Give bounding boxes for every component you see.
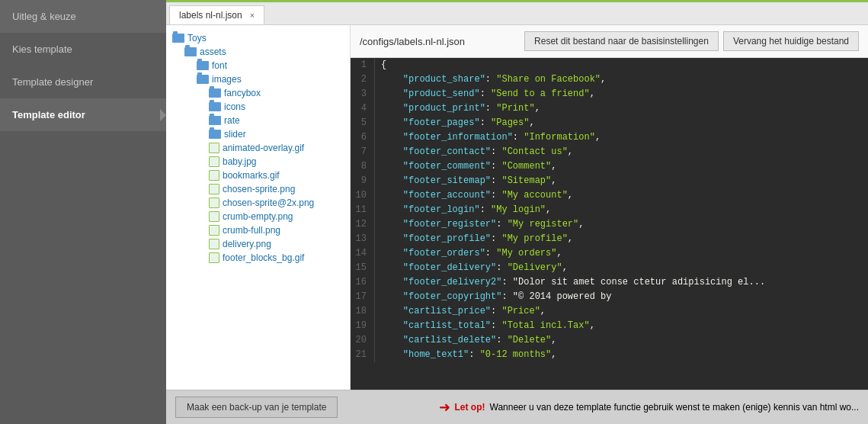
code-line: 8 "footer_comment": "Comment", (351, 159, 868, 174)
line-number: 19 (351, 319, 375, 333)
line-content: "cartlist_delete": "Delete", (381, 333, 556, 348)
tree-item[interactable]: chosen-sprite.png (166, 182, 350, 196)
sidebar-item-kies[interactable]: Kies template (0, 33, 166, 66)
code-editor[interactable]: 1{2 "product_share": "Share on Facebook"… (351, 58, 868, 390)
line-content: "footer_pages": "Pages", (381, 116, 535, 130)
content-area: Toys assets font images (166, 25, 868, 390)
line-number: 4 (351, 101, 375, 116)
line-number: 14 (351, 246, 375, 261)
line-content: "footer_register": "My register", (381, 217, 584, 232)
line-number: 1 (351, 58, 375, 72)
warning-arrow-icon: ➜ (439, 399, 450, 416)
code-line: 2 "product_share": "Share on Facebook", (351, 72, 868, 87)
code-line: 4 "product_print": "Print", (351, 101, 868, 116)
tree-item[interactable]: bookmarks.gif (166, 169, 350, 182)
tree-root[interactable]: Toys (166, 31, 350, 45)
warning-text: Wanneer u van deze template functie gebr… (490, 402, 860, 413)
line-content: { (381, 58, 386, 72)
file-icon (209, 225, 219, 236)
tab-bar: labels nl-nl.json × (166, 0, 868, 25)
sidebar-active-arrow (160, 109, 166, 121)
line-number: 13 (351, 232, 375, 246)
tree-item[interactable]: delivery.png (166, 237, 350, 251)
main-content: labels nl-nl.json × Toys assets fon (166, 0, 868, 424)
tree-item[interactable]: chosen-sprite@2x.png (166, 196, 350, 210)
tab-labels-json[interactable]: labels nl-nl.json × (169, 5, 264, 24)
code-line: 15 "footer_delivery": "Delivery", (351, 261, 868, 275)
folder-icon (197, 61, 209, 70)
tree-item[interactable]: baby.jpg (166, 155, 350, 169)
line-content: "footer_profile": "My profile", (381, 232, 573, 246)
line-number: 17 (351, 290, 375, 304)
folder-icon (184, 47, 197, 56)
line-number: 8 (351, 159, 375, 174)
line-number: 15 (351, 261, 375, 275)
line-content: "home_text1": "0-12 months", (381, 348, 556, 362)
tree-item[interactable]: images (166, 72, 350, 86)
reset-button[interactable]: Reset dit bestand naar de basisinstellin… (524, 31, 719, 51)
line-content: "footer_login": "My login", (381, 203, 551, 217)
line-number: 21 (351, 348, 375, 362)
line-number: 7 (351, 145, 375, 159)
line-content: "cartlist_total": "Total incl.Tax", (381, 319, 595, 333)
tree-item[interactable]: footer_blocks_bg.gif (166, 251, 350, 265)
code-line: 5 "footer_pages": "Pages", (351, 116, 868, 130)
folder-icon (209, 116, 221, 125)
tree-item[interactable]: crumb-empty.png (166, 210, 350, 223)
code-line: 13 "footer_profile": "My profile", (351, 232, 868, 246)
sidebar-item-editor[interactable]: Template editor (0, 98, 166, 131)
editor-path: /configs/labels.nl-nl.json (360, 36, 465, 47)
line-content: "product_share": "Share on Facebook", (381, 72, 606, 87)
code-line: 19 "cartlist_total": "Total incl.Tax", (351, 319, 868, 333)
line-content: "product_print": "Print", (381, 101, 540, 116)
code-line: 6 "footer_information": "Information", (351, 130, 868, 145)
code-line: 11 "footer_login": "My login", (351, 203, 868, 217)
tree-item[interactable]: rate (166, 114, 350, 127)
editor-panel: /configs/labels.nl-nl.json Reset dit bes… (351, 25, 868, 390)
tree-item[interactable]: icons (166, 100, 350, 114)
file-icon (209, 239, 219, 249)
tree-item[interactable]: animated-overlay.gif (166, 141, 350, 155)
line-number: 16 (351, 275, 375, 290)
line-number: 12 (351, 217, 375, 232)
line-content: "footer_comment": "Comment", (381, 159, 556, 174)
code-line: 9 "footer_sitemap": "Sitemap", (351, 174, 868, 188)
folder-icon (209, 88, 221, 98)
line-number: 6 (351, 130, 375, 145)
sidebar: Uitleg & keuze Kies template Template de… (0, 0, 166, 424)
line-number: 3 (351, 87, 375, 101)
file-icon (209, 211, 219, 222)
file-icon (209, 143, 219, 153)
tree-item[interactable]: font (166, 59, 350, 72)
file-icon (209, 156, 219, 167)
code-line: 20 "cartlist_delete": "Delete", (351, 333, 868, 348)
backup-button[interactable]: Maak een back-up van je template (175, 397, 338, 418)
tab-close-button[interactable]: × (250, 11, 255, 20)
line-content: "cartlist_price": "Price", (381, 304, 546, 319)
line-number: 9 (351, 174, 375, 188)
code-line: 21 "home_text1": "0-12 months", (351, 348, 868, 362)
file-tree: Toys assets font images (166, 25, 351, 390)
editor-buttons: Reset dit bestand naar de basisinstellin… (524, 31, 859, 51)
tree-item[interactable]: crumb-full.png (166, 223, 350, 237)
tree-item[interactable]: slider (166, 127, 350, 141)
sidebar-item-designer[interactable]: Template designer (0, 66, 166, 98)
line-content: "footer_account": "My account", (381, 188, 573, 203)
tree-item[interactable]: fancybox (166, 86, 350, 100)
code-line: 12 "footer_register": "My register", (351, 217, 868, 232)
line-content: "footer_copyright": "© 2014 powered by (381, 290, 617, 304)
editor-header: /configs/labels.nl-nl.json Reset dit bes… (351, 25, 868, 58)
sidebar-item-uitleg[interactable]: Uitleg & keuze (0, 0, 166, 33)
line-number: 2 (351, 72, 375, 87)
line-number: 18 (351, 304, 375, 319)
replace-button[interactable]: Vervang het huidige bestand (723, 31, 859, 51)
code-line: 10 "footer_account": "My account", (351, 188, 868, 203)
file-icon (209, 170, 219, 181)
file-icon (209, 184, 219, 194)
line-number: 10 (351, 188, 375, 203)
code-line: 16 "footer_delivery2": "Dolor sit amet c… (351, 275, 868, 290)
line-number: 11 (351, 203, 375, 217)
line-content: "footer_orders": "My orders", (381, 246, 562, 261)
tree-item[interactable]: assets (166, 45, 350, 59)
line-content: "footer_delivery": "Delivery", (381, 261, 568, 275)
